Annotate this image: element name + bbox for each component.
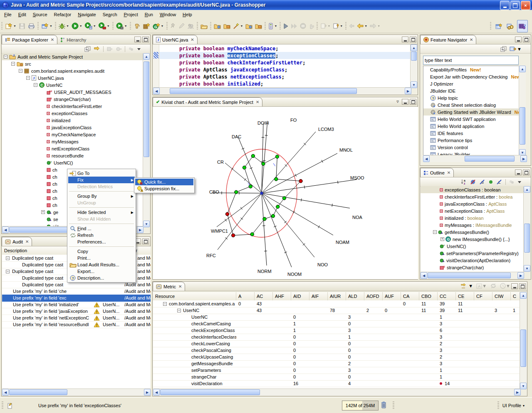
menu-help[interactable]: Help (179, 11, 195, 18)
close-tab-icon[interactable]: ✕ (256, 100, 259, 104)
menu-refactor[interactable]: Refactor (51, 11, 75, 18)
tree-item[interactable]: exceptionClasses (2, 110, 144, 117)
tree-item[interactable]: SstrangeChar(char) (2, 96, 144, 103)
editor-content[interactable]: private boolean myCheckNameSpace;private… (153, 44, 411, 88)
scrollbar-thumb[interactable] (428, 273, 511, 278)
filter-input[interactable] (423, 56, 519, 65)
minimize-view-button[interactable] (511, 283, 518, 289)
dropdown-arrow-icon[interactable]: ▼ (93, 25, 96, 27)
menu-run[interactable]: Run (141, 11, 156, 18)
scroll-right-button[interactable]: ▶ (520, 155, 527, 162)
folder-d-button[interactable] (254, 21, 263, 31)
tree-item[interactable]: resourceBundle (2, 152, 144, 159)
next-annotation-button[interactable]: ▼ (319, 21, 332, 31)
code-area[interactable]: private boolean myCheckNameSpace;private… (159, 45, 411, 87)
outline-item[interactable]: setParameters(IParameterRegistry) (421, 250, 524, 257)
tab-outline[interactable]: Outline ✕ (420, 168, 454, 177)
sort-az-button[interactable]: az (461, 179, 467, 185)
suspend-button[interactable] (307, 21, 315, 31)
outline-item[interactable]: javaExceptionClass : AptClass (421, 200, 524, 207)
tree-item[interactable]: myCheckNameSpace (2, 131, 144, 138)
maximize-view-button[interactable] (142, 238, 149, 244)
element-chooser-button[interactable]: ▼ (267, 21, 278, 31)
terminate-button[interactable] (299, 21, 307, 31)
go-into-type-button[interactable] (116, 46, 122, 52)
metric-row[interactable]: strangeChar001 (153, 374, 521, 381)
code-line[interactable]: private boolean initialized; (159, 80, 411, 87)
column-aiur[interactable]: AIUR (328, 292, 346, 300)
font-a-button[interactable]: A▼ (476, 283, 487, 289)
hide-static-button[interactable]: S (479, 179, 485, 185)
print-button[interactable] (27, 21, 36, 31)
outline-item[interactable]: netExceptionClass : AptClass (421, 207, 524, 214)
expander-icon[interactable]: − (19, 69, 22, 73)
outline-item[interactable]: checkInterfaceFirstLetter : boolea (421, 193, 524, 200)
menu-file[interactable]: File (1, 11, 15, 18)
scroll-left-button[interactable]: ◀ (153, 389, 160, 396)
context-menu-fix[interactable]: Fix▶ (68, 177, 135, 183)
outline-item[interactable]: initialized : boolean (421, 214, 524, 221)
menu-source[interactable]: Source (30, 11, 51, 18)
flatten-button[interactable]: ▼ (461, 283, 473, 289)
back-button[interactable]: ▼ (356, 21, 369, 31)
submenu-suppression-fix[interactable]: Suppression fix... (135, 185, 193, 192)
expander-icon[interactable]: − (433, 230, 437, 234)
menu-edit[interactable]: Edit (15, 11, 30, 18)
dropdown-arrow-icon[interactable]: ▼ (327, 25, 330, 27)
tree-item[interactable]: myMessages (2, 138, 144, 145)
feature-item[interactable]: Version control (423, 144, 520, 151)
scroll-left-button[interactable]: ◀ (153, 88, 160, 94)
feature-item[interactable]: Cheat Sheet selection dialog (423, 101, 520, 108)
scroll-down-button[interactable]: ▼ (411, 81, 417, 88)
customize-perspective-button[interactable] (505, 20, 515, 32)
column-auf[interactable]: AUF (383, 292, 401, 300)
scrollbar-thumb[interactable] (465, 156, 515, 162)
back-to-button[interactable] (348, 21, 356, 31)
context-menu-export[interactable]: Export... (68, 268, 135, 275)
context-menu-group-by[interactable]: Group By▶ (68, 193, 135, 199)
dropdown-arrow-icon[interactable]: ▼ (161, 25, 164, 27)
ui-profile-label[interactable]: UI Profile (502, 403, 521, 408)
scrollbar-thumb[interactable] (520, 107, 525, 145)
run-history-button[interactable]: ▼ (84, 21, 97, 31)
tab-usernc-java[interactable]: J UserNC.java ✕ (153, 35, 198, 44)
context-menu-ungroup[interactable]: UnGroup (68, 199, 135, 206)
scroll-left-button[interactable]: ◀ (423, 155, 430, 162)
expander-icon[interactable]: − (177, 309, 181, 312)
column-a[interactable]: A (236, 292, 255, 300)
feature-item[interactable]: IDE features (423, 130, 520, 137)
scroll-right-button[interactable]: ▶ (517, 272, 524, 279)
column-aofd[interactable]: AOFD (364, 292, 383, 300)
context-menu-hide-selected[interactable]: Hide Selected▶ (68, 209, 135, 216)
feature-item[interactable]: Performance tips (423, 137, 520, 144)
minimize-view-button[interactable] (402, 37, 408, 42)
close-tab-icon[interactable]: ✕ (51, 37, 54, 42)
metric-row[interactable]: checkUpcaseCasing002 (153, 354, 521, 361)
column-ald[interactable]: ALD (346, 292, 364, 300)
audit-row[interactable]: Use prefix 'my' in field 'javaExceptionU… (2, 308, 151, 315)
package-explorer-vscrollbar[interactable]: ▲▼ (143, 53, 150, 227)
menu-window[interactable]: Window (156, 11, 179, 18)
scrollbar-thumb[interactable] (144, 61, 149, 157)
last-edit-location-button[interactable]: ▼ (332, 21, 344, 31)
submenu-quick-fix[interactable]: Quick fix... (135, 179, 193, 185)
feature-navigator-vscrollbar[interactable]: ▲▼ (519, 66, 526, 156)
feature-item[interactable]: Hello World SWT application (423, 116, 520, 123)
memory-monitor[interactable]: 142M of 254M (342, 401, 379, 411)
metric-row[interactable]: checkPascalCasing003 (153, 347, 521, 354)
filters-button[interactable] (509, 179, 515, 184)
folder-a-button[interactable] (213, 21, 222, 31)
scroll-right-button[interactable]: ▶ (514, 389, 521, 396)
scroll-down-button[interactable]: ▼ (143, 221, 150, 227)
collapse-all-button[interactable] (500, 46, 507, 52)
feature-item[interactable]: Capability/ProfilesNew! (423, 66, 520, 73)
scroll-up-button[interactable]: ▲ (520, 292, 527, 299)
audit-row[interactable]: Use prefix 'my' in field 'initialized'Us… (2, 301, 151, 308)
dropdown-arrow-icon[interactable]: ▼ (364, 25, 367, 27)
minimize-view-button[interactable] (515, 37, 522, 42)
metric-row[interactable]: setParameters031 (153, 367, 521, 374)
menu-navigate[interactable]: Navigate (74, 11, 99, 18)
link-with-editor-button[interactable] (94, 46, 100, 52)
metric-row[interactable]: visitDeclaration16414 (153, 380, 521, 387)
run-button[interactable]: ▼ (70, 21, 84, 31)
